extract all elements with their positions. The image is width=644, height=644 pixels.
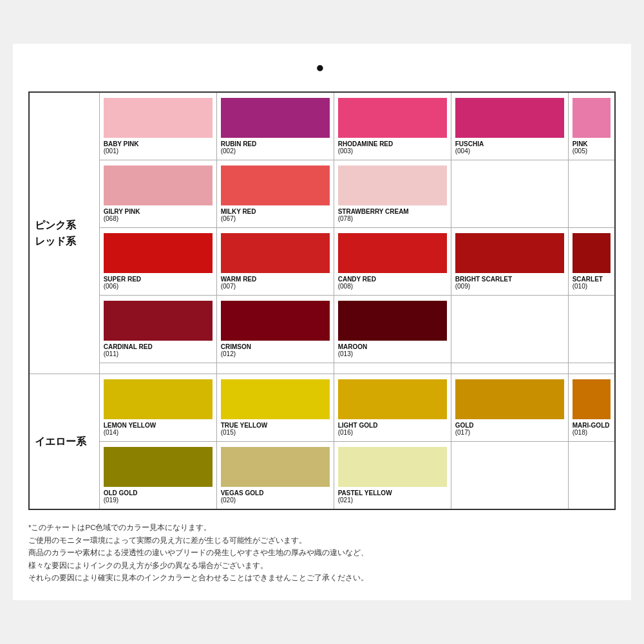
color-cell: RUBIN RED(002) xyxy=(216,92,334,160)
table-row: CARDINAL RED(011)CRIMSON(012)MAROON(013) xyxy=(29,296,615,363)
color-name: CARDINAL RED xyxy=(104,343,213,350)
color-swatch xyxy=(104,233,213,273)
color-cell xyxy=(568,363,615,374)
color-swatch xyxy=(221,301,330,341)
color-code: (017) xyxy=(455,429,564,436)
color-name: CANDY RED xyxy=(338,276,447,283)
color-code: (004) xyxy=(455,147,564,155)
color-name: STRAWBERRY CREAM xyxy=(338,208,447,215)
color-cell: TRUE YELLOW(015) xyxy=(216,374,334,442)
page-title xyxy=(28,59,616,76)
color-code: (018) xyxy=(573,429,611,436)
color-cell xyxy=(216,363,334,374)
color-cell xyxy=(334,363,451,374)
color-swatch xyxy=(221,98,330,138)
table-row: GILRY PINK(068)MILKY RED(067)STRAWBERRY … xyxy=(29,160,615,228)
color-name: MARI-GOLD xyxy=(573,422,611,429)
color-name: MILKY RED xyxy=(221,208,330,215)
color-code: (068) xyxy=(104,215,213,222)
color-swatch xyxy=(221,379,330,419)
color-swatch xyxy=(221,447,330,487)
color-name: LIGHT GOLD xyxy=(338,422,447,429)
color-code: (067) xyxy=(221,215,330,222)
color-code: (011) xyxy=(104,350,213,357)
color-swatch xyxy=(455,98,564,138)
color-code: (013) xyxy=(338,350,447,357)
color-cell xyxy=(99,363,216,374)
color-code: (001) xyxy=(104,147,213,155)
color-cell: MILKY RED(067) xyxy=(216,160,334,228)
color-code: (008) xyxy=(338,283,447,290)
color-cell: FUSCHIA(004) xyxy=(451,92,568,160)
color-name: VEGAS GOLD xyxy=(221,489,330,497)
color-name: GOLD xyxy=(455,422,564,429)
color-cell: CARDINAL RED(011) xyxy=(99,296,216,363)
color-cell xyxy=(451,442,568,510)
color-cell: BRIGHT SCARLET(009) xyxy=(451,228,568,296)
color-cell: PASTEL YELLOW(021) xyxy=(334,442,451,510)
color-name: LEMON YELLOW xyxy=(104,422,213,429)
footnote-line: *このチャートはPC色域でのカラー見本になります。 xyxy=(28,522,616,535)
color-swatch xyxy=(455,233,564,273)
color-table: ピンク系レッド系BABY PINK(001)RUBIN RED(002)RHOD… xyxy=(28,91,616,510)
color-name: PASTEL YELLOW xyxy=(338,489,447,497)
color-swatch xyxy=(104,301,213,341)
color-swatch xyxy=(573,233,611,273)
color-swatch xyxy=(338,379,447,419)
color-code: (007) xyxy=(221,283,330,290)
page: ピンク系レッド系BABY PINK(001)RUBIN RED(002)RHOD… xyxy=(13,44,631,600)
color-cell: MAROON(013) xyxy=(334,296,451,363)
section-header-pink: ピンク系レッド系 xyxy=(29,92,99,374)
color-code: (021) xyxy=(338,497,447,504)
color-code: (016) xyxy=(338,429,447,436)
footnote-line: それらの要因により確実に見本のインクカラーと合わせることはできませんことご了承く… xyxy=(28,572,616,585)
color-code: (006) xyxy=(104,283,213,290)
color-swatch xyxy=(455,379,564,419)
color-code: (078) xyxy=(338,215,447,222)
color-swatch xyxy=(221,233,330,273)
color-name: SUPER RED xyxy=(104,276,213,283)
footnote: *このチャートはPC色域でのカラー見本になります。ご使用のモニター環境によって実… xyxy=(28,522,616,585)
color-name: PINK xyxy=(573,140,611,147)
color-code: (020) xyxy=(221,497,330,504)
section-header-yellow: イエロー系 xyxy=(29,374,99,510)
color-code: (010) xyxy=(573,283,611,290)
color-cell xyxy=(451,160,568,228)
color-code: (009) xyxy=(455,283,564,290)
color-cell xyxy=(451,296,568,363)
table-row: OLD GOLD(019)VEGAS GOLD(020)PASTEL YELLO… xyxy=(29,442,615,510)
color-cell: CANDY RED(008) xyxy=(334,228,451,296)
color-code: (012) xyxy=(221,350,330,357)
color-name: MAROON xyxy=(338,343,447,350)
color-cell: MARI-GOLD(018) xyxy=(568,374,615,442)
table-row: ピンク系レッド系BABY PINK(001)RUBIN RED(002)RHOD… xyxy=(29,92,615,160)
color-cell: VEGAS GOLD(020) xyxy=(216,442,334,510)
color-name: BRIGHT SCARLET xyxy=(455,276,564,283)
color-swatch xyxy=(104,98,213,138)
color-swatch xyxy=(338,166,447,205)
table-row: SUPER RED(006)WARM RED(007)CANDY RED(008… xyxy=(29,228,615,296)
color-code: (014) xyxy=(104,429,213,436)
color-cell: LEMON YELLOW(014) xyxy=(99,374,216,442)
color-cell: WARM RED(007) xyxy=(216,228,334,296)
color-code: (005) xyxy=(573,147,611,155)
footnote-line: 様々な要因によりインクの見え方が多少の異なる場合がございます。 xyxy=(28,560,616,573)
footnote-line: ご使用のモニター環境によって実際の見え方に差が生じる可能性がございます。 xyxy=(28,535,616,547)
color-name: BABY PINK xyxy=(104,140,213,147)
color-cell xyxy=(568,442,615,510)
table-row xyxy=(29,363,615,374)
color-cell: PINK(005) xyxy=(568,92,615,160)
color-name: SCARLET xyxy=(573,276,611,283)
color-swatch xyxy=(338,447,447,487)
color-cell: GOLD(017) xyxy=(451,374,568,442)
color-cell: LIGHT GOLD(016) xyxy=(334,374,451,442)
color-name: FUSCHIA xyxy=(455,140,564,147)
color-swatch xyxy=(338,233,447,273)
color-cell: RHODAMINE RED(003) xyxy=(334,92,451,160)
color-cell xyxy=(568,296,615,363)
color-name: OLD GOLD xyxy=(104,489,213,497)
footnote-line: 商品のカラーや素材による浸透性の違いやブリードの発生しやすさや生地の厚みや織の違… xyxy=(28,547,616,560)
color-cell: SUPER RED(006) xyxy=(99,228,216,296)
color-name: RUBIN RED xyxy=(221,140,330,147)
color-swatch xyxy=(104,379,213,419)
